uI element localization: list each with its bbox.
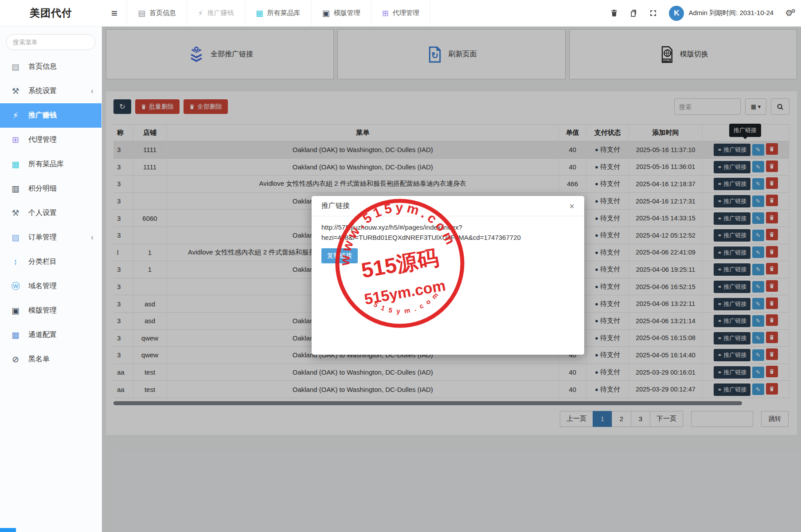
sidebar-item-label: 积分明细 [28, 184, 57, 193]
promo-link-modal: 推广链接 × http://575.jiuzhouw.xyz/h5/#/page… [312, 196, 584, 355]
sidebar-search [6, 34, 95, 50]
modal-header: 推广链接 × [312, 196, 584, 216]
sidebar-item-订单管理[interactable]: ▨订单管理‹ [0, 225, 102, 250]
sidebar-item-代理管理[interactable]: ⊞代理管理 [0, 128, 102, 152]
tab-所有菜品库[interactable]: ▦所有菜品库 [245, 0, 311, 26]
sidebar-item-label: 分类栏目 [28, 257, 57, 266]
sidebar-item-label: 订单管理 [28, 233, 57, 242]
svg-text:5 1 5 y m . c o m: 5 1 5 y m . c o m [371, 289, 443, 320]
tab-推广赚钱[interactable]: ⚡推广赚钱 [187, 0, 245, 26]
template-manage-icon: ▣ [322, 8, 330, 18]
tab-模版管理[interactable]: ▣模版管理 [311, 0, 371, 26]
sidebar-item-label: 系统设置 [28, 86, 57, 96]
top-tabs: ▤首页信息⚡推广赚钱▦所有菜品库▣模版管理⊞代理管理 [127, 0, 430, 26]
modal-title: 推广链接 [321, 201, 350, 211]
dishes-library-icon: ▦ [10, 159, 21, 169]
brand-logo: 美团代付 [0, 0, 102, 26]
tab-代理管理[interactable]: ⊞代理管理 [371, 0, 430, 26]
copy-cache-icon[interactable] [624, 0, 643, 27]
chevron-left-icon: ‹ [91, 233, 94, 242]
topbar-right: K Admin 到期时间: 2031-10-24 ⚙⚙ [604, 0, 801, 26]
blacklist-icon: ⊘ [10, 354, 21, 364]
tab-label: 代理管理 [393, 9, 419, 17]
homepage-icon: ▤ [10, 62, 21, 72]
template-manage-icon: ▣ [10, 305, 21, 316]
hamburger-menu-icon[interactable]: ≡ [102, 0, 127, 26]
sidebar-item-通道配置[interactable]: ▦通道配置 [0, 323, 102, 347]
sidebar-item-系统设置[interactable]: ⚒系统设置‹ [0, 79, 102, 103]
chevron-left-icon: ‹ [91, 86, 94, 96]
domain-manage-icon: ⓦ [10, 281, 21, 292]
top-bar: 美团代付 ≡ ▤首页信息⚡推广赚钱▦所有菜品库▣模版管理⊞代理管理 K Admi… [0, 0, 801, 27]
agent-manage-icon: ⊞ [382, 8, 389, 18]
sidebar-search-input[interactable] [13, 39, 93, 46]
promo-earn-icon: ⚡ [10, 110, 21, 121]
admin-expiry-text: Admin 到期时间: 2031-10-24 [688, 9, 774, 17]
sidebar-item-label: 所有菜品库 [28, 160, 64, 169]
category-icon: ↕ [10, 257, 21, 267]
tab-首页信息[interactable]: ▤首页信息 [127, 0, 187, 26]
sidebar-item-label: 个人设置 [28, 208, 57, 218]
promo-earn-icon: ⚡ [198, 8, 203, 18]
sidebar-item-分类栏目[interactable]: ↕分类栏目 [0, 250, 102, 274]
sidebar-menu: ▤首页信息⚒系统设置‹⚡推广赚钱⊞代理管理▦所有菜品库▥积分明细⚒个人设置▨订单… [0, 55, 102, 372]
homepage-icon: ▤ [138, 8, 145, 18]
tab-label: 首页信息 [149, 9, 176, 17]
fullscreen-icon[interactable] [643, 0, 663, 27]
trash-icon[interactable] [604, 0, 624, 27]
order-manage-icon: ▨ [10, 232, 21, 243]
sidebar-item-label: 推广赚钱 [28, 111, 57, 120]
sidebar-item-label: 代理管理 [28, 135, 57, 145]
points-detail-icon: ▥ [10, 184, 21, 194]
sidebar-item-label: 黑名单 [28, 355, 50, 364]
sidebar-item-首页信息[interactable]: ▤首页信息 [0, 55, 102, 79]
system-settings-icon: ⚒ [10, 86, 21, 96]
avatar[interactable]: K [669, 6, 684, 21]
copy-link-button[interactable]: 复制链接 [321, 248, 358, 263]
settings-gear-icon[interactable]: ⚙⚙ [785, 8, 794, 18]
tab-label: 所有菜品库 [267, 9, 301, 17]
tab-label: 推广赚钱 [207, 9, 234, 17]
sidebar-item-推广赚钱[interactable]: ⚡推广赚钱 [0, 103, 102, 128]
sidebar-item-label: 通道配置 [28, 330, 57, 340]
personal-settings-icon: ⚒ [10, 208, 21, 218]
sidebar: ▤首页信息⚒系统设置‹⚡推广赚钱⊞代理管理▦所有菜品库▥积分明细⚒个人设置▨订单… [0, 27, 102, 532]
corner-accent [0, 528, 16, 532]
modal-body: http://575.jiuzhouw.xyz/h5/#/pages/index… [312, 216, 584, 270]
promo-link-url: http://575.jiuzhouw.xyz/h5/#/pages/index… [321, 223, 574, 243]
sidebar-item-模版管理[interactable]: ▣模版管理 [0, 298, 102, 323]
channel-config-icon: ▦ [10, 330, 21, 340]
sidebar-item-label: 模版管理 [28, 306, 57, 315]
agent-manage-icon: ⊞ [10, 135, 21, 145]
sidebar-item-黑名单[interactable]: ⊘黑名单 [0, 347, 102, 372]
sidebar-item-域名管理[interactable]: ⓦ域名管理 [0, 274, 102, 298]
sidebar-item-label: 首页信息 [28, 62, 57, 71]
close-icon[interactable]: × [569, 202, 574, 211]
dishes-library-icon: ▦ [256, 8, 263, 18]
sidebar-item-个人设置[interactable]: ⚒个人设置 [0, 201, 102, 225]
sidebar-item-所有菜品库[interactable]: ▦所有菜品库 [0, 152, 102, 176]
svg-text:515ym.com: 515ym.com [363, 277, 447, 308]
sidebar-item-label: 域名管理 [28, 282, 57, 291]
tab-label: 模版管理 [334, 9, 360, 17]
sidebar-item-积分明细[interactable]: ▥积分明细 [0, 176, 102, 201]
